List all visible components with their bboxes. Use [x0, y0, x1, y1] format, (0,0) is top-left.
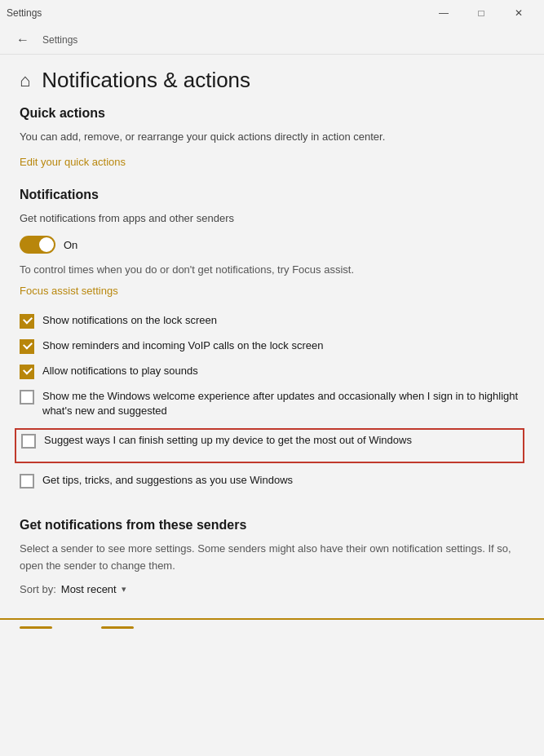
- focus-assist-text: To control times when you do or don't ge…: [20, 262, 524, 279]
- checkbox-row-welcome-experience: Show me the Windows welcome experience a…: [20, 389, 524, 418]
- maximize-button[interactable]: □: [462, 0, 500, 26]
- checkbox-row-lock-screen-notifications: Show notifications on the lock screen: [20, 313, 524, 329]
- main-content: Quick actions You can add, remove, or re…: [0, 106, 544, 615]
- sort-by-label: Sort by:: [20, 583, 56, 595]
- title-bar-left: Settings: [7, 7, 42, 19]
- bottom-indicator-2: [101, 626, 134, 629]
- app-title: Settings: [7, 7, 42, 19]
- checkbox-tips[interactable]: [20, 474, 34, 489]
- back-button[interactable]: ←: [10, 29, 36, 51]
- nav-bar: ← Settings: [0, 26, 544, 55]
- notifications-title: Notifications: [20, 188, 524, 202]
- focus-assist-settings-link[interactable]: Focus assist settings: [20, 285, 118, 297]
- bottom-indicator-1: [20, 626, 52, 629]
- page-header: ⌂ Notifications & actions: [0, 55, 544, 103]
- title-bar: Settings — □ ✕: [0, 0, 544, 26]
- checkbox-label-welcome-experience: Show me the Windows welcome experience a…: [42, 389, 524, 418]
- checkbox-label-sounds: Allow notifications to play sounds: [42, 364, 198, 378]
- close-button[interactable]: ✕: [500, 0, 537, 26]
- checkbox-welcome-experience[interactable]: [20, 390, 34, 405]
- senders-title: Get notifications from these senders: [20, 518, 524, 533]
- sort-chevron-icon: ▾: [122, 584, 126, 595]
- quick-actions-section: Quick actions You can add, remove, or re…: [20, 106, 524, 168]
- checkbox-label-reminders-voip: Show reminders and incoming VoIP calls o…: [42, 338, 323, 353]
- sort-value: Most recent: [61, 583, 117, 595]
- get-notifications-label: Get notifications from apps and other se…: [20, 210, 524, 227]
- breadcrumb: Settings: [42, 34, 77, 46]
- notifications-toggle-row: On: [20, 236, 524, 254]
- checkbox-row-suggest-setup: Suggest ways I can finish setting up my …: [21, 433, 518, 449]
- edit-quick-actions-link[interactable]: Edit your quick actions: [20, 156, 126, 168]
- checkbox-suggest-setup[interactable]: [21, 434, 36, 449]
- highlighted-suggestion-row: Suggest ways I can finish setting up my …: [15, 428, 524, 463]
- checkbox-row-reminders-voip: Show reminders and incoming VoIP calls o…: [20, 338, 524, 354]
- title-bar-controls: — □ ✕: [425, 0, 537, 26]
- senders-section: Get notifications from these senders Sel…: [20, 518, 524, 595]
- focus-assist-description: To control times when you do or don't ge…: [20, 263, 354, 276]
- checkbox-label-lock-screen-notifications: Show notifications on the lock screen: [42, 313, 217, 328]
- toggle-state-label: On: [64, 239, 77, 251]
- home-icon: ⌂: [20, 70, 30, 91]
- minimize-button[interactable]: —: [425, 0, 462, 26]
- page-title: Notifications & actions: [42, 68, 250, 93]
- checkbox-row-tips: Get tips, tricks, and suggestions as you…: [20, 473, 524, 489]
- senders-description: Select a sender to see more settings. So…: [20, 541, 524, 575]
- checkbox-row-sounds: Allow notifications to play sounds: [20, 364, 524, 379]
- quick-actions-description: You can add, remove, or rearrange your q…: [20, 129, 524, 145]
- quick-actions-title: Quick actions: [20, 106, 524, 121]
- notifications-section: Notifications Get notifications from app…: [20, 188, 524, 489]
- notifications-toggle[interactable]: [20, 236, 55, 254]
- checkbox-lock-screen-notifications[interactable]: [20, 314, 34, 329]
- toggle-knob: [39, 237, 54, 252]
- checkbox-sounds[interactable]: [20, 365, 34, 379]
- bottom-bar: [0, 618, 544, 635]
- sort-row: Sort by: Most recent ▾: [20, 583, 524, 595]
- checkbox-label-suggest-setup: Suggest ways I can finish setting up my …: [44, 433, 412, 448]
- checkbox-label-tips: Get tips, tricks, and suggestions as you…: [42, 473, 293, 488]
- checkbox-reminders-voip[interactable]: [20, 339, 34, 354]
